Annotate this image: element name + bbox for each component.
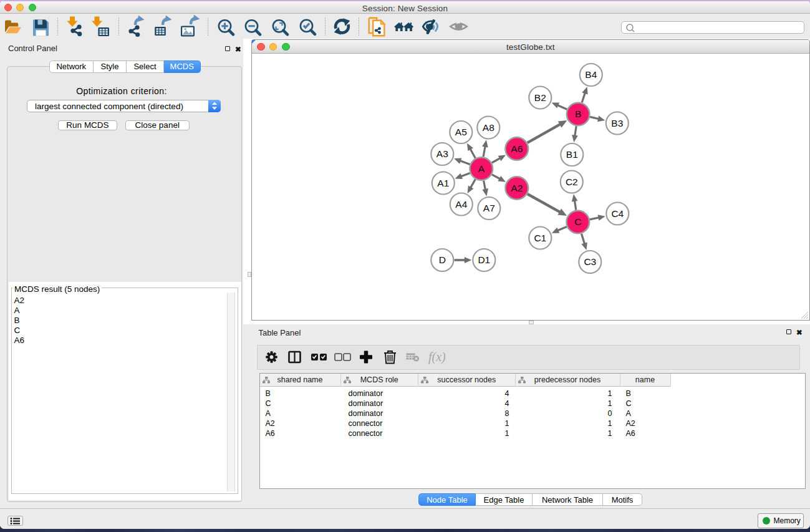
svg-text:A1: A1 [438, 177, 450, 188]
svg-text:A: A [478, 163, 485, 173]
svg-text:B: B [575, 109, 581, 119]
svg-text:C: C [574, 216, 581, 227]
svg-text:C3: C3 [584, 256, 597, 267]
svg-text:B1: B1 [566, 149, 578, 160]
svg-text:A7: A7 [483, 203, 495, 213]
svg-text:B3: B3 [612, 117, 624, 128]
svg-text:A6: A6 [511, 143, 523, 153]
svg-text:A5: A5 [455, 127, 467, 137]
svg-text:A3: A3 [436, 148, 448, 159]
svg-text:A2: A2 [511, 182, 523, 193]
svg-text:A8: A8 [483, 122, 494, 132]
svg-text:B4: B4 [586, 69, 597, 80]
svg-text:C2: C2 [566, 176, 578, 186]
svg-text:B2: B2 [534, 92, 546, 102]
svg-text:C4: C4 [612, 208, 624, 218]
svg-text:D: D [439, 254, 446, 265]
svg-text:f(x): f(x) [428, 350, 446, 364]
svg-text:D1: D1 [478, 254, 491, 265]
svg-text:A4: A4 [456, 198, 468, 209]
svg-text:C1: C1 [534, 232, 547, 243]
